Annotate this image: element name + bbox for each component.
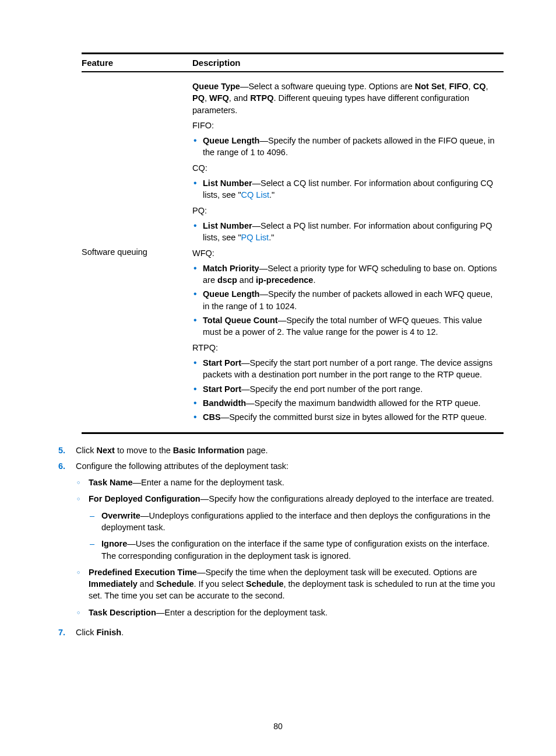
step-5-num: 5. [52,444,76,456]
table-row: Software queuing Queue Type—Select a sof… [82,72,504,433]
pq-list-link[interactable]: PQ List [241,233,269,242]
sub-task-description: Task Description—Enter a description for… [89,607,504,618]
dash-overwrite: Overwrite—Undeploys configurations appli… [101,510,504,534]
step-6-body: Configure the following attributes of th… [76,460,504,623]
th-feature: Feature [82,54,192,72]
fifo-heading: FIFO: [192,120,500,131]
page-number: 80 [0,721,556,733]
rtpq-item-cbs: CBS—Specify the committed burst size in … [203,411,500,423]
steps-list: 5. Click Next to move to the Basic Infor… [52,444,504,638]
pq-item: List Number—Select a PQ list number. For… [203,220,500,244]
step-6-num: 6. [52,460,76,623]
step-7-body: Click Finish. [76,626,504,638]
fifo-item: Queue Length—Specify the number of packe… [203,135,500,159]
step-7-num: 7. [52,626,76,638]
cq-list-link[interactable]: CQ List [241,190,269,200]
dash-ignore: Ignore—Uses the configuration on the int… [101,538,504,562]
wfq-item-total-queue-count: Total Queue Count—Specify the total numb… [203,314,500,338]
cell-feature: Software queuing [82,72,192,433]
sub-for-deployed-config: For Deployed Configuration—Specify how t… [89,493,504,561]
cell-description: Queue Type—Select a software queuing typ… [192,72,504,433]
rtpq-heading: RTPQ: [192,342,500,354]
queue-type-label: Queue Type [192,82,240,91]
wfq-item-match-priority: Match Priority—Select a priority type fo… [203,262,500,286]
sub-predefined-time: Predefined Execution Time—Specify the ti… [89,566,504,602]
feature-table: Feature Description Software queuing Que… [82,52,504,434]
rtpq-item-bandwidth: Bandwidth—Specify the maximum bandwidth … [203,397,500,409]
cq-item: List Number—Select a CQ list number. For… [203,177,500,201]
step-5-body: Click Next to move to the Basic Informat… [76,444,504,456]
wfq-heading: WFQ: [192,247,500,259]
rtpq-item-start-port: Start Port—Specify the start port number… [203,357,500,381]
th-description: Description [192,54,504,72]
cq-heading: CQ: [192,162,500,174]
queue-type-para: Queue Type—Select a software queuing typ… [192,80,500,116]
wfq-item-queue-length: Queue Length—Specify the number of packe… [203,288,500,312]
rtpq-item-start-port-2: Start Port—Specify the end port number o… [203,383,500,395]
sub-task-name: Task Name—Enter a name for the deploymen… [89,477,504,488]
pq-heading: PQ: [192,205,500,216]
